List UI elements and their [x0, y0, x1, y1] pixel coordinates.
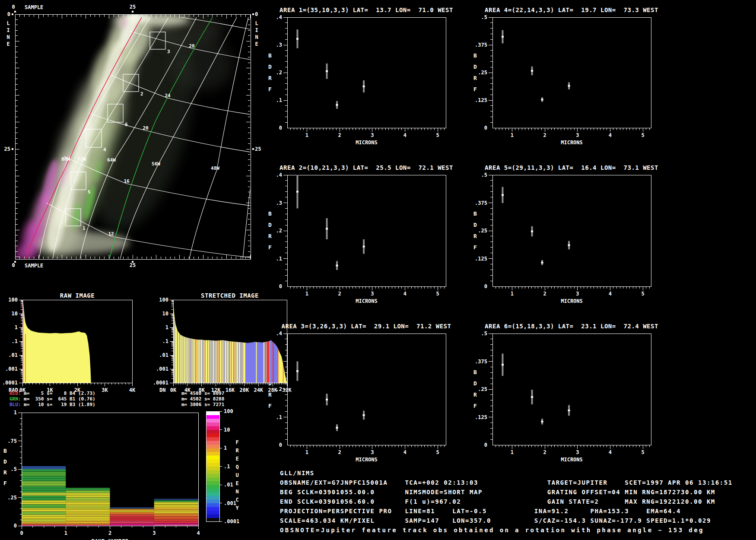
y-tick-label: .25 — [478, 228, 487, 234]
axis-marker — [14, 11, 16, 13]
y-tick-label: .3 — [276, 200, 282, 206]
y-tick-label: .001 — [5, 366, 18, 372]
area1-plot-title: AREA 1=(35,10,3,3) LAT= 13.7 LON= 71.0 W… — [280, 6, 453, 13]
y-axis-title: F — [268, 403, 272, 409]
x-tick-label: 1 — [64, 530, 67, 536]
grn-key: GRN: — [10, 396, 21, 402]
stretched-stats-2: m= 4502 s= 8288 — [181, 396, 224, 402]
histogram-stripe — [216, 341, 216, 383]
histogram-stripe — [207, 340, 208, 383]
info-obsname: OBSNAME/EXT=G7JNPFC15001A TCA=+002 02:13… — [280, 479, 733, 486]
colorbar-title: Q — [235, 464, 238, 470]
x-tick-label: 3 — [371, 449, 374, 455]
colorbar-band — [206, 485, 219, 489]
y-axis-title: B — [473, 210, 477, 217]
longitude-label: 80W — [61, 156, 70, 162]
y-tick-label: .25 — [478, 70, 487, 76]
x-tick-label: 4 — [609, 291, 612, 297]
colorbar-band — [206, 415, 219, 419]
x-tick-label: 5 — [641, 132, 644, 138]
histogram-stripe — [273, 342, 273, 383]
line-axis-label: L — [6, 20, 10, 26]
y-tick-label: 1 — [15, 324, 18, 330]
histogram-stripe — [229, 341, 229, 383]
y-tick-label: .001 — [156, 366, 168, 372]
stretched_histogram-plot: 100101.1.01.001.00010K4K8K12K16K20K24K28… — [153, 297, 292, 393]
y-axis-title: F — [3, 480, 7, 486]
line-axis-label: I — [255, 27, 258, 33]
area-box-number: 3 — [167, 49, 170, 54]
colorbar-band — [206, 470, 219, 474]
y-axis-title: R — [3, 469, 7, 476]
x-axis-title: MICRONS — [356, 140, 378, 146]
image-blob — [30, 232, 130, 254]
band-texture — [66, 488, 110, 526]
x-tick-label: 3 — [152, 530, 156, 536]
x-tick-label: 1 — [305, 132, 308, 138]
area_4-plot: 0.125.25.375.512345MICRONSBDRF — [473, 14, 651, 146]
y-tick-label: .01 — [8, 352, 18, 358]
colorbar-band — [206, 419, 219, 422]
histogram-stripe — [212, 340, 213, 383]
line-tick-0: 0 — [7, 11, 10, 17]
histogram-stripe — [205, 340, 205, 383]
y-tick-label: .1 — [276, 414, 282, 420]
info-gll-nims: GLL/NIMS — [280, 470, 314, 476]
y-axis-title: D — [3, 458, 7, 465]
raw-stats-blu: BLU: m= 10 s= 19 B3 (1.89) — [10, 402, 95, 407]
raw_histogram-plot: 100101.1.01.001.00010K1K2K3K4KRAD. — [2, 297, 136, 393]
histogram-stripe — [182, 335, 182, 383]
x-tick-label: 5 — [436, 449, 439, 455]
area2-plot-title: AREA 2=(10,21,3,3) LAT= 25.5 LON= 72.1 W… — [280, 164, 453, 171]
sample-axis-label: SAMPLE — [25, 263, 43, 269]
latitude-label: 12 — [108, 231, 114, 237]
band-texture — [154, 499, 198, 526]
area_6-plot: 0.125.25.375.512345MICRONSBDRF — [473, 330, 651, 463]
axis-marker — [12, 13, 13, 15]
line-tick-25: 25 — [4, 146, 10, 152]
histogram-stripe — [200, 340, 200, 383]
data-point — [326, 70, 328, 72]
y-axis-title: F — [268, 86, 272, 92]
data-point — [363, 86, 365, 87]
colorbar-band — [206, 437, 219, 441]
data-point — [336, 104, 338, 106]
colorbar-band — [206, 518, 219, 522]
red-key: RED: — [10, 391, 21, 396]
colorbar-band — [206, 426, 219, 430]
y-tick-label: 0 — [279, 283, 282, 289]
x-tick-label: 1 — [305, 291, 308, 297]
histogram-stripe — [235, 342, 235, 383]
histogram-stripe — [202, 340, 203, 383]
x-axis-title: BAND NUMBER — [91, 538, 128, 540]
area-box-number: 1 — [83, 226, 86, 231]
x-tick-label: 2 — [338, 449, 341, 455]
line-axis-label: E — [6, 41, 10, 47]
projected-image-panel: 282420161280W72W64W56W48W3264510SAMPLE25… — [4, 4, 261, 269]
y-tick-label: .375 — [475, 359, 487, 365]
y-tick-label: .3 — [276, 42, 282, 48]
latitude-label: 24 — [165, 93, 171, 98]
data-point — [568, 245, 570, 246]
y-axis-title: B — [473, 52, 477, 59]
data-point — [363, 414, 365, 416]
data-point — [568, 410, 570, 411]
info-obsnote: OBSNOTE=Jupiter feature track obs obtain… — [280, 527, 704, 534]
x-tick-label: 32K — [282, 387, 292, 393]
histogram-stripe — [177, 329, 178, 383]
histogram-stripe — [188, 338, 188, 383]
histogram-stripe — [233, 342, 234, 383]
x-tick-label: 1 — [511, 449, 514, 455]
y-axis-title: B — [268, 52, 272, 59]
colorbar-band — [206, 481, 219, 485]
axis-marker — [12, 148, 13, 150]
data-point — [531, 396, 533, 398]
histogram-stripe — [186, 337, 186, 383]
y-tick-label: 0 — [14, 523, 17, 529]
area_5-plot: 0.125.25.375.512345MICRONSBDRF — [473, 172, 651, 304]
y-tick-label: 1 — [14, 410, 17, 416]
colorbar-band — [206, 455, 219, 459]
data-point — [502, 194, 504, 196]
y-tick-label: .4 — [276, 172, 282, 178]
histogram-stripe — [226, 341, 227, 383]
